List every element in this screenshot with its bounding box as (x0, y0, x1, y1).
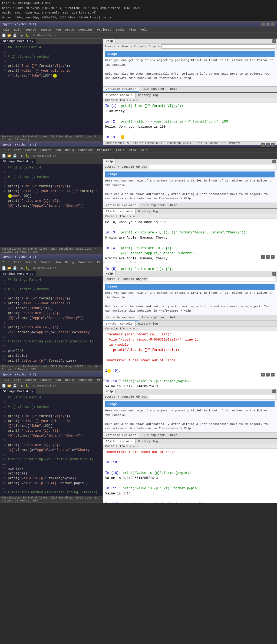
menu-debug-3[interactable]: Debug (64, 260, 75, 264)
var-explorer-tab-2[interactable]: Variable explorer (103, 203, 139, 208)
menu-debug-1[interactable]: Debug (64, 28, 75, 32)
var-explorer-tab-4[interactable]: Variable explorer (103, 433, 139, 438)
menu-search-1[interactable]: Search (24, 28, 37, 32)
menu-debug-2[interactable]: Debug (64, 148, 75, 152)
console-content-4[interactable]: IndexError: tuple index out of range In … (103, 449, 277, 503)
file-explorer-tab-2[interactable]: File explorer (139, 203, 167, 208)
debug-btn-4[interactable]: 🐛 (25, 383, 30, 388)
menu-edit-2[interactable]: Edit (13, 148, 22, 152)
open-file-btn[interactable]: 📂 (7, 33, 12, 38)
help-tab-label-3[interactable]: Help (103, 271, 116, 276)
menu-file-3[interactable]: File (1, 260, 11, 264)
menu-tools-4[interactable]: Tools (114, 378, 126, 382)
menu-tools-1[interactable]: Tools (114, 28, 126, 32)
menu-tools-2[interactable]: Tools (114, 148, 126, 152)
save-btn-2[interactable]: 💾 (12, 153, 17, 158)
open-file-btn-4[interactable]: 📂 (7, 383, 12, 388)
debug-btn-2[interactable]: 🐛 (25, 153, 30, 158)
close-btn-1[interactable]: × (271, 22, 275, 26)
help-close-4[interactable]: × (272, 389, 276, 393)
menu-view-3[interactable]: View (128, 260, 137, 264)
menu-run-2[interactable]: Run (54, 148, 62, 152)
menu-search-2[interactable]: Search (24, 148, 37, 152)
menu-file-4[interactable]: File (1, 378, 11, 382)
menu-view-2[interactable]: View (128, 148, 137, 152)
menu-projects-4[interactable]: Projects (96, 378, 113, 382)
help-close-3[interactable]: × (272, 272, 276, 276)
help-tab-label-1[interactable]: Help (103, 39, 116, 44)
minimize-btn-4[interactable]: ─ (261, 373, 265, 377)
help-close-2[interactable]: × (272, 160, 276, 163)
editor-tab-file-2[interactable]: Strings Part 4.py (0, 159, 36, 164)
ipython-tab-2[interactable]: IPython console (103, 209, 136, 214)
run-btn-2[interactable]: ▶ (19, 153, 24, 158)
ipython-tab-4[interactable]: IPython console (103, 439, 136, 444)
menu-help-2[interactable]: Help (139, 148, 149, 152)
menu-consoles-2[interactable]: Consoles (77, 148, 94, 152)
editor-content-1[interactable]: 1 ## Strings Part 4 2 3 # 1) .format() m… (0, 44, 103, 135)
menu-search-4[interactable]: Search (24, 378, 37, 382)
var-explorer-tab-3[interactable]: Variable explorer (103, 315, 139, 321)
editor-tab-file-1[interactable]: Strings Part 4.py (0, 39, 36, 44)
file-explorer-tab-4[interactable]: File explorer (139, 433, 167, 438)
menu-help-1[interactable]: Help (139, 28, 149, 32)
close-btn-4[interactable]: × (271, 373, 275, 377)
menu-edit-4[interactable]: Edit (13, 378, 22, 382)
menu-consoles-1[interactable]: Consoles (77, 28, 94, 32)
menu-source-2[interactable]: Source (39, 148, 52, 152)
help-tab-bottom-1[interactable]: Help (167, 87, 180, 92)
menu-help-3[interactable]: Help (139, 260, 149, 264)
help-tab-label-4[interactable]: Help (103, 389, 116, 394)
maximize-btn-3[interactable]: □ (266, 255, 270, 259)
run-btn[interactable]: ▶ (19, 33, 24, 38)
menu-debug-4[interactable]: Debug (64, 378, 75, 382)
menu-file-1[interactable]: File (1, 28, 11, 32)
menu-projects-3[interactable]: Projects (96, 260, 113, 264)
object-input-4[interactable] (149, 395, 275, 399)
var-explorer-tab-1[interactable]: Variable explorer (103, 87, 139, 92)
editor-tab-file-3[interactable]: Strings Part 4.py (0, 271, 36, 276)
menu-consoles-3[interactable]: Consoles (77, 260, 94, 264)
save-btn-3[interactable]: 💾 (12, 266, 17, 270)
menu-search-3[interactable]: Search (24, 260, 37, 264)
menu-source-4[interactable]: Source (39, 378, 52, 382)
menu-source-1[interactable]: Source (39, 28, 52, 32)
maximize-btn-1[interactable]: □ (266, 22, 270, 26)
close-btn-3[interactable]: × (271, 255, 275, 259)
help-close-1[interactable]: × (272, 39, 276, 43)
menu-edit-3[interactable]: Edit (13, 260, 22, 264)
run-btn-4[interactable]: ▶ (19, 383, 24, 388)
editor-content-3[interactable]: 1 ## Strings Part 4 2 3 # 1) .format() m… (0, 276, 103, 365)
menu-projects-2[interactable]: Projects (96, 148, 113, 152)
new-file-btn-3[interactable]: 📄 (1, 266, 6, 270)
help-tab-bottom-2[interactable]: Help (167, 203, 180, 208)
editor-content-4[interactable]: 1 ## Strings Part 4 2 3 # 1) .format() m… (0, 394, 103, 496)
history-tab-3[interactable]: History log (136, 321, 161, 326)
menu-run-4[interactable]: Run (54, 378, 62, 382)
open-file-btn-2[interactable]: 📂 (7, 153, 12, 158)
help-tab-bottom-4[interactable]: Help (167, 433, 180, 438)
file-explorer-tab-3[interactable]: File explorer (139, 315, 167, 321)
file-explorer-tab-1[interactable]: File explorer (139, 87, 167, 92)
menu-consoles-4[interactable]: Consoles (77, 378, 94, 382)
menu-view-1[interactable]: View (128, 28, 137, 32)
debug-btn-3[interactable]: 🐛 (25, 266, 30, 270)
history-tab-4[interactable]: History log (136, 439, 161, 444)
help-tab-label-2[interactable]: Help (103, 159, 116, 164)
object-input-2[interactable] (149, 165, 275, 169)
console-content-1[interactable]: In [1]: print("I am {}".format("Vijay"))… (103, 103, 277, 141)
run-btn-3[interactable]: ▶ (19, 266, 24, 270)
menu-tools-3[interactable]: Tools (114, 260, 126, 264)
history-tab-2[interactable]: History log (136, 209, 161, 214)
editor-tab-file-4[interactable]: Strings Part 4.py (0, 389, 36, 394)
ipython-tab-3[interactable]: IPython console (103, 321, 136, 326)
menu-help-4[interactable]: Help (139, 378, 149, 382)
new-file-btn-4[interactable]: 📄 (1, 383, 6, 388)
menu-run-1[interactable]: Run (54, 28, 62, 32)
history-tab-1[interactable]: History log (136, 93, 161, 98)
menu-edit-1[interactable]: Edit (13, 28, 22, 32)
maximize-btn-4[interactable]: □ (266, 373, 270, 377)
debug-btn[interactable]: 🐛 (25, 33, 30, 38)
menu-source-3[interactable]: Source (39, 260, 52, 264)
object-input-1[interactable] (161, 44, 275, 49)
